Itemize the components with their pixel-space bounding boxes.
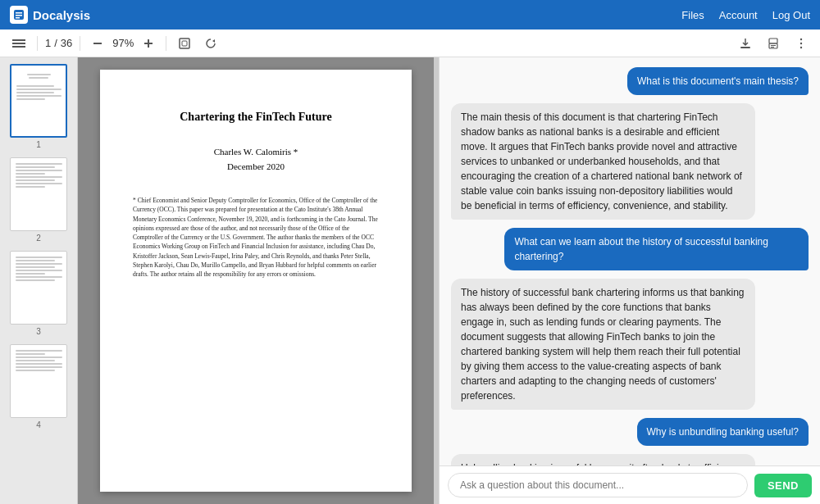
- page-total: 36: [61, 37, 72, 49]
- print-button[interactable]: [763, 34, 784, 52]
- logo-icon: [10, 6, 28, 24]
- thumb-label-3: 3: [36, 327, 41, 336]
- nav-account[interactable]: Account: [719, 9, 758, 21]
- thumb-page-2: [10, 157, 67, 231]
- svg-rect-10: [180, 39, 189, 48]
- svg-rect-9: [148, 39, 149, 48]
- svg-point-20: [800, 46, 802, 48]
- paper-footer: * Chief Economist and Senior Deputy Comp…: [133, 196, 379, 279]
- svg-rect-5: [12, 43, 25, 44]
- chat-message-2: What can we learn about the history of s…: [504, 228, 809, 270]
- right-tools: [735, 34, 812, 52]
- zoom-value: 97%: [112, 37, 134, 49]
- svg-rect-13: [740, 47, 750, 48]
- svg-rect-16: [771, 45, 776, 46]
- svg-point-18: [800, 38, 802, 39]
- toolbar-separator-2: [80, 36, 80, 51]
- thumbnail-1[interactable]: 1: [5, 64, 72, 149]
- pdf-page: Chartering the FinTech Future Charles W.…: [100, 70, 412, 492]
- svg-rect-2: [16, 15, 22, 16]
- paper-author: Charles W. Calomiris *: [133, 147, 379, 157]
- thumbnail-2[interactable]: 2: [5, 157, 72, 243]
- thumb-label-4: 4: [36, 420, 41, 429]
- zoom-out-button[interactable]: [88, 35, 107, 52]
- chat-message-0: What is this document's main thesis?: [627, 67, 809, 95]
- page-current: 1: [45, 37, 51, 49]
- zoom-level: 97%: [112, 37, 134, 49]
- main-area: 1 2: [0, 57, 820, 504]
- chat-message-3: The history of successful bank charterin…: [451, 279, 755, 410]
- svg-rect-17: [771, 47, 774, 48]
- chat-message-1: The main thesis of this document is that…: [451, 103, 755, 220]
- svg-rect-3: [16, 17, 20, 19]
- paper-date: December 2020: [133, 161, 379, 171]
- thumbnail-sidebar: 1 2: [0, 57, 78, 504]
- thumb-page-4: [10, 344, 67, 418]
- nav-links: Files Account Log Out: [681, 9, 810, 21]
- pdf-viewer: Chartering the FinTech Future Charles W.…: [78, 57, 434, 504]
- paper-title: Chartering the FinTech Future: [133, 111, 379, 124]
- thumbnail-4[interactable]: 4: [5, 344, 72, 429]
- svg-rect-14: [769, 39, 777, 43]
- rotate-button[interactable]: [200, 34, 221, 52]
- menu-button[interactable]: [8, 34, 30, 52]
- thumb-page-3: [10, 251, 67, 325]
- chat-messages: What is this document's main thesis?The …: [440, 57, 820, 465]
- top-navigation: Docalysis Files Account Log Out: [0, 0, 820, 30]
- svg-rect-4: [12, 39, 25, 41]
- nav-logout[interactable]: Log Out: [772, 9, 810, 21]
- thumb-page-1: [10, 64, 67, 138]
- logo: Docalysis: [10, 6, 90, 24]
- page-slash: /: [54, 37, 57, 49]
- svg-rect-11: [182, 41, 187, 46]
- toolbar-separator-3: [166, 36, 166, 51]
- svg-rect-1: [16, 12, 22, 14]
- app-name: Docalysis: [33, 8, 90, 22]
- nav-files[interactable]: Files: [681, 9, 704, 21]
- chat-message-5: Unbundling banking is useful because it …: [451, 454, 755, 465]
- more-options-button[interactable]: [790, 34, 812, 52]
- chat-message-4: Why is unbundling banking useful?: [637, 418, 809, 446]
- chat-panel: What is this document's main thesis?The …: [439, 57, 820, 504]
- thumbnail-3[interactable]: 3: [5, 251, 72, 336]
- chat-input[interactable]: [448, 473, 748, 497]
- svg-marker-12: [212, 39, 215, 43]
- page-indicator: 1 / 36: [45, 37, 72, 49]
- toolbar: 1 / 36 97%: [0, 30, 820, 57]
- chat-input-area: SEND: [440, 465, 820, 504]
- fit-page-button[interactable]: [174, 34, 195, 52]
- svg-point-19: [800, 42, 802, 43]
- send-button[interactable]: SEND: [754, 474, 812, 497]
- thumb-label-1: 1: [36, 140, 41, 149]
- thumb-label-2: 2: [36, 234, 41, 243]
- svg-rect-7: [93, 43, 102, 44]
- download-button[interactable]: [735, 34, 756, 52]
- svg-rect-6: [12, 46, 25, 48]
- toolbar-separator-1: [37, 36, 38, 51]
- zoom-in-button[interactable]: [139, 35, 158, 52]
